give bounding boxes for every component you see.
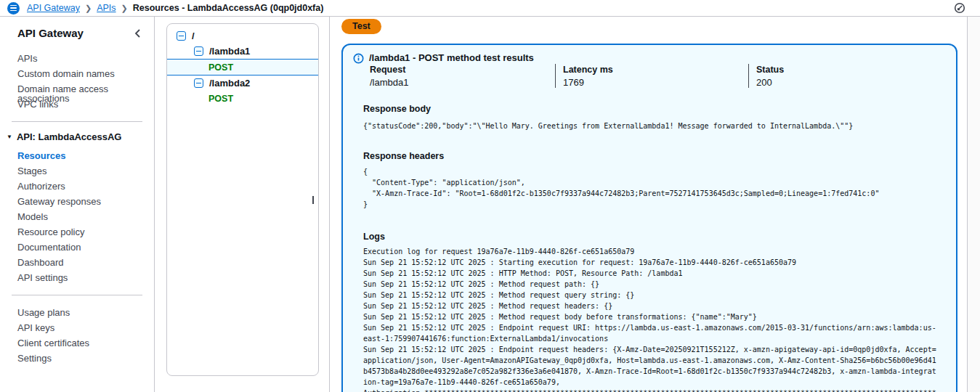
response-headers-label: Response headers (363, 151, 946, 161)
tree-row-root[interactable]: / (167, 28, 318, 44)
test-results-stats: Request /lambda1 Latency ms 1769 Status … (370, 64, 946, 88)
sidebar-item-dashboard[interactable]: Dashboard (0, 255, 154, 270)
breadcrumb-link-api-gateway[interactable]: API Gateway (27, 3, 80, 13)
resource-path-label: /lambda1 (209, 46, 250, 57)
breadcrumb-separator-icon: ❯ (85, 4, 92, 13)
sidebar-item-stages[interactable]: Stages (0, 163, 154, 179)
test-results-panel: Test /lambda1 - POST method test results… (330, 17, 966, 392)
sidebar-item-api-settings[interactable]: API settings (0, 270, 154, 285)
sidebar-item-client-certificates[interactable]: Client certificates (0, 335, 154, 351)
tree-row-lambda1[interactable]: /lambda1 (167, 44, 318, 59)
sidebar-divider (12, 121, 142, 122)
collapse-toggle-icon[interactable] (194, 78, 203, 88)
sidebar-item-resources[interactable]: Resources (0, 148, 154, 163)
breadcrumb-link-apis[interactable]: APIs (97, 3, 116, 13)
tree-scrollbar-thumb[interactable] (312, 196, 314, 204)
info-icon (353, 53, 364, 64)
hamburger-menu-icon[interactable] (7, 2, 20, 15)
method-label: POST (208, 62, 233, 73)
sidebar-item-custom-domain-names[interactable]: Custom domain names (0, 66, 154, 81)
sidebar-section-api-lambdaaccessag[interactable]: ▼ API: LambdaAccessAG (0, 131, 154, 142)
sidebar-collapse-icon[interactable] (134, 28, 142, 38)
tree-row-lambda1-post[interactable]: POST (167, 59, 318, 75)
method-label: POST (208, 94, 233, 104)
logs-label: Logs (363, 232, 946, 242)
breadcrumb-separator-icon: ❯ (121, 4, 128, 13)
test-results-title: /lambda1 - POST method test results (369, 52, 534, 64)
latency-label: Latency ms (563, 65, 748, 75)
response-body-content: {"statusCode":200,"body":"\"Hello Mary. … (363, 121, 939, 131)
request-label: Request (370, 65, 555, 75)
sidebar-item-resource-policy[interactable]: Resource policy (0, 224, 154, 240)
resources-tree-panel: / /lambda1 POST /lambda2 POST (155, 17, 330, 392)
resources-tree-card: / /lambda1 POST /lambda2 POST (166, 23, 319, 376)
sidebar-divider (12, 295, 142, 295)
breadcrumb-bar: API Gateway ❯ APIs ❯ Resources - LambdaA… (0, 0, 980, 17)
sidebar-item-gateway-responses[interactable]: Gateway responses (0, 194, 154, 209)
tree-row-lambda2[interactable]: /lambda2 (167, 75, 318, 91)
latency-value: 1769 (563, 77, 748, 88)
sidebar-item-vpc-links[interactable]: VPC links (0, 97, 154, 112)
sidebar-section-label: API: LambdaAccessAG (17, 131, 122, 142)
request-value: /lambda1 (370, 77, 555, 88)
status-label: Status (756, 65, 946, 75)
status-value: 200 (756, 77, 946, 88)
sidebar-item-settings[interactable]: Settings (0, 351, 154, 366)
response-headers-content: { "Content-Type": "application/json", "X… (363, 166, 939, 210)
sidebar-item-documentation[interactable]: Documentation (0, 240, 154, 255)
vertical-scrollbar[interactable] (967, 17, 980, 392)
sidebar-item-authorizers[interactable]: Authorizers (0, 179, 154, 194)
side-navigation: API Gateway APIs Custom domain names Dom… (0, 17, 155, 392)
response-body-label: Response body (363, 104, 946, 114)
logs-content: Execution log for request 19a76a7e-11b9-… (363, 246, 939, 392)
settings-icon[interactable] (954, 2, 965, 14)
breadcrumb-current-page: Resources - LambdaAccessAG (0qp0jd0xfa) (133, 3, 324, 13)
sidebar-item-apis[interactable]: APIs (0, 51, 154, 66)
resource-path-label: /lambda2 (209, 78, 250, 89)
sidebar-item-api-keys[interactable]: API keys (0, 320, 154, 335)
caret-down-icon: ▼ (7, 134, 12, 140)
sidebar-item-models[interactable]: Models (0, 209, 154, 224)
collapse-toggle-icon[interactable] (194, 46, 203, 56)
sidebar-item-usage-plans[interactable]: Usage plans (0, 305, 154, 320)
sidebar-item-domain-name-access-associations[interactable]: Domain name access associations (0, 81, 154, 97)
test-results-flash: /lambda1 - POST method test results Requ… (341, 44, 957, 392)
collapse-toggle-icon[interactable] (177, 31, 186, 41)
test-button[interactable]: Test (341, 19, 381, 34)
sidebar-title: API Gateway (17, 27, 84, 39)
resource-path-label: / (192, 30, 195, 41)
tree-row-lambda2-post[interactable]: POST (167, 91, 318, 106)
